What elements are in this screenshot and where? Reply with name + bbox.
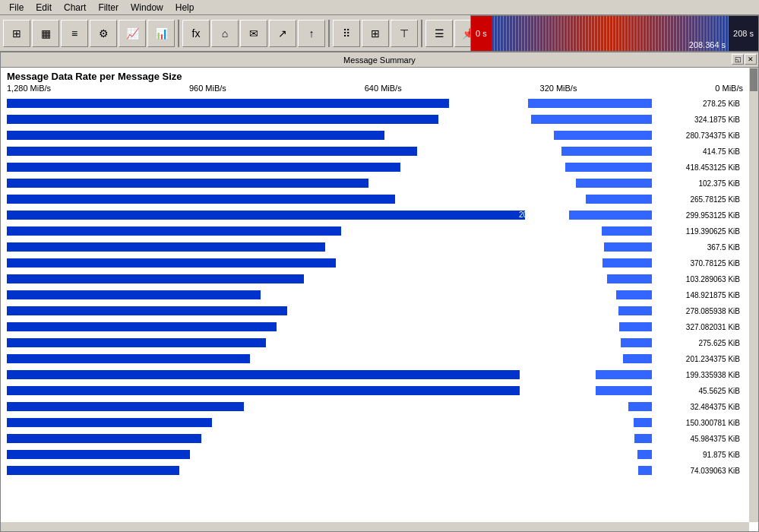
bar-inner: [569, 211, 652, 220]
grid-icon: ⊞: [12, 28, 21, 39]
toolbar-btn-11[interactable]: ↑: [298, 20, 325, 47]
bar-inner: [637, 450, 652, 459]
bar-size-label: 299.953125 KiB: [652, 211, 743, 220]
bar-outer: [7, 402, 244, 411]
bar-rate-label: 147.844 MiB/s: [546, 370, 594, 379]
toolbar-btn-4[interactable]: ⚙: [90, 20, 117, 47]
bar-inner: [554, 131, 652, 140]
menu-window[interactable]: Window: [125, 1, 169, 14]
send-icon: ✉: [249, 28, 258, 39]
bar-row: 158.466 MiB/s 278.085938 KiB: [7, 303, 743, 318]
bar-outer: [7, 386, 520, 395]
bar-rate-label: 191.816 MiB/s: [552, 258, 601, 268]
bar-size-label: 414.75 KiB: [652, 147, 743, 156]
menu-filter[interactable]: Filter: [92, 1, 125, 14]
bar-outer: [7, 322, 277, 331]
bar-outer: [7, 370, 520, 379]
bar-inner: [616, 290, 652, 299]
bar-inner: [607, 274, 652, 283]
toolbar-btn-14[interactable]: ⊤: [391, 20, 418, 47]
timeline-area: 0 s 208.364 s 208 s: [470, 15, 759, 52]
axis-label-1: 960 MiB/s: [189, 84, 226, 93]
bar-rate-label: 153.229 MiB/s: [573, 354, 621, 363]
bar-inner: [576, 179, 652, 188]
bar-row: 153.229 MiB/s 201.234375 KiB: [7, 351, 743, 366]
toolbar-btn-1[interactable]: ⊞: [3, 20, 30, 47]
toolbar-btn-9[interactable]: ✉: [240, 20, 267, 47]
bar-track: 186.587 MiB/s: [7, 273, 652, 285]
bar-row: 109.123 MiB/s 91.875 KiB: [7, 447, 743, 462]
bar-inner: [638, 466, 652, 475]
toolbar-sep-1: [178, 20, 179, 47]
toolbar-btn-3[interactable]: ≡: [61, 20, 88, 47]
bar-track: 358.183 MiB/s: [7, 113, 652, 125]
scrollbar-horizontal[interactable]: [1, 522, 749, 531]
toolbar-sep-2: [328, 20, 330, 47]
toolbar-btn-2[interactable]: ▦: [32, 20, 59, 47]
bar-size-label: 45.984375 KiB: [652, 435, 743, 443]
bar-track: 158.466 MiB/s: [7, 305, 652, 317]
bar-rate-label: 270.838 MiB/s: [526, 179, 574, 188]
axis-label-2: 640 MiB/s: [365, 84, 402, 93]
bar-inner: [604, 242, 652, 252]
menu-file[interactable]: File: [3, 1, 30, 14]
bar-row: 338.63 MiB/s 280.734375 KiB: [7, 128, 743, 143]
bar-track: 175.799 MiB/s: [7, 289, 652, 301]
bar-row: 196.794 MiB/s 119.390625 KiB: [7, 223, 743, 239]
menu-help[interactable]: Help: [169, 1, 201, 14]
bar-track: 196.361 MiB/s: [7, 241, 652, 253]
menu-chart[interactable]: Chart: [58, 1, 92, 14]
bar-row: 362.986 MiB/s 278.25 KiB: [7, 96, 743, 111]
toolbar: ⊞ ▦ ≡ ⚙ 📈 📊 fx ⌂ ✉ ↗ ↑ ⠿ ⊞ ⊤ ☰ 📌 📝 0 s 2…: [0, 15, 759, 52]
toolbar-btn-13[interactable]: ⊞: [362, 20, 389, 47]
scrollbar-vertical[interactable]: [749, 68, 758, 522]
toolbar-btn-10[interactable]: ↗: [269, 20, 296, 47]
axis-label-4: 0 MiB/s: [715, 84, 743, 93]
home-icon: ⌂: [222, 28, 228, 39]
line-chart-icon: 📈: [126, 28, 139, 39]
bar-outer: [7, 211, 525, 220]
bar-rate-label: 208.848 MiB/s: [519, 211, 568, 220]
toolbar-sep-3: [421, 20, 422, 47]
axis-labels: 1,280 MiB/s 960 MiB/s 640 MiB/s 320 MiB/…: [1, 84, 749, 96]
bar-size-label: 327.082031 KiB: [652, 323, 743, 331]
toolbar-btn-7[interactable]: fx: [182, 20, 210, 47]
window-title: Message Summary: [343, 55, 416, 65]
menubar: File Edit Chart Filter Window Help: [0, 0, 759, 15]
bar-row: 135.651 MiB/s 45.5625 KiB: [7, 383, 743, 398]
restore-button[interactable]: ◱: [732, 54, 744, 65]
bar-track: 104.773 MiB/s: [7, 464, 652, 477]
bar-track: 362.986 MiB/s: [7, 97, 652, 109]
bar-outer: [7, 450, 190, 459]
scrollbar-thumb-v[interactable]: [750, 68, 757, 91]
bar-track: 196.794 MiB/s: [7, 225, 652, 237]
bar-outer: [7, 195, 395, 204]
bar-outer: [7, 115, 438, 124]
bar-rate-label: 135.651 MiB/s: [546, 386, 594, 395]
bar-outer: [7, 354, 250, 363]
toolbar-btn-15[interactable]: ☰: [425, 20, 453, 47]
toolbar-btn-5[interactable]: 📈: [119, 20, 146, 47]
toolbar-btn-8[interactable]: ⌂: [211, 20, 239, 47]
bar-size-label: 150.300781 KiB: [652, 419, 743, 427]
bar-track: 109.123 MiB/s: [7, 448, 652, 461]
toolbar-btn-12[interactable]: ⠿: [333, 20, 360, 47]
menu-edit[interactable]: Edit: [30, 1, 58, 14]
bar-rate-label: 362.986 MiB/s: [478, 99, 527, 108]
bar-size-label: 280.734375 KiB: [652, 131, 743, 140]
bar-outer: [7, 179, 368, 188]
window-controls: ◱ ✕: [732, 54, 757, 65]
axis-label-3: 320 MiB/s: [540, 84, 577, 93]
timeline-bar[interactable]: 208.364 s: [492, 16, 729, 51]
bar-size-label: 119.390625 KiB: [652, 227, 743, 236]
bar-outer: [7, 163, 400, 172]
bar-outer: [7, 466, 179, 475]
bar-inner: [619, 322, 652, 331]
bar-size-label: 265.78125 KiB: [652, 195, 743, 204]
bar-track: 218.484 MiB/s: [7, 193, 652, 205]
close-button[interactable]: ✕: [745, 54, 757, 65]
toolbar-btn-6[interactable]: 📊: [147, 20, 175, 47]
bar-rate-label: 218.484 MiB/s: [536, 195, 584, 204]
filter-icon: ⚙: [99, 28, 109, 39]
bar-inner: [602, 226, 652, 236]
